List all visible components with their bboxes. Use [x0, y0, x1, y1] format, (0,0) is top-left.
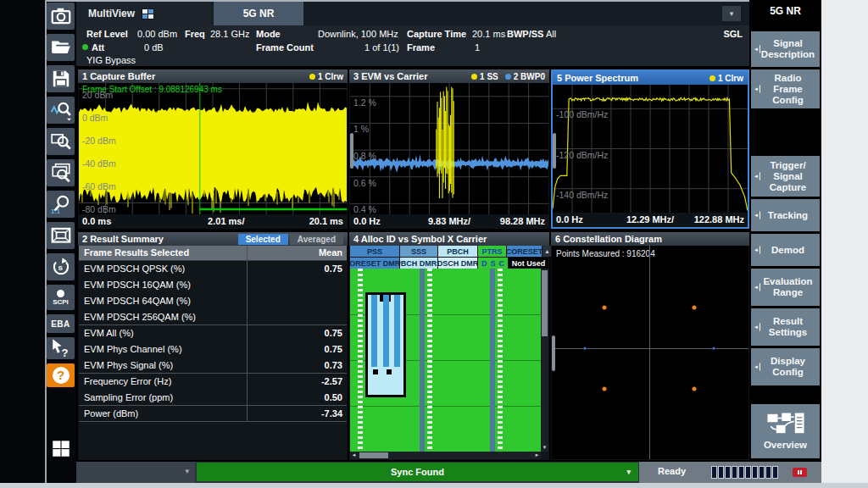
alloc-legend-pbch-dmrs: PBCH DMRS — [400, 258, 437, 269]
ready-status-text: Ready — [658, 466, 686, 476]
mode-value[interactable]: Downlink, 100 MHz — [318, 29, 398, 39]
att-value[interactable]: 0 dB — [144, 42, 164, 53]
windows-icon — [50, 437, 72, 459]
softkey-label: Overview — [764, 440, 807, 451]
trace-legend-label: 1 Clrw — [318, 72, 343, 81]
screen-bottom-margin — [0, 483, 868, 488]
tab-5g-nr[interactable]: 5G NR — [214, 2, 303, 25]
restart-single-button[interactable]: s — [47, 253, 75, 280]
view-tab-averaged[interactable]: Averaged — [290, 234, 343, 245]
submenu-icon: ◄ — [754, 86, 760, 93]
result-summary-title: 2 Result Summary — [82, 234, 164, 244]
constellation-plot[interactable]: Points Measured : 916204 — [552, 246, 748, 459]
progress-segment — [752, 466, 758, 479]
y-axis-tick: 1.2 % — [353, 97, 376, 108]
softkey-overview[interactable]: Overview — [751, 404, 820, 458]
dmrs-symbol-column — [427, 269, 432, 452]
result-row-label: EVM Phys Channel (%) — [79, 341, 247, 358]
capture-buffer-header[interactable]: 1 Capture Buffer 1 Clrw — [78, 69, 348, 83]
help-button[interactable]: ? — [47, 363, 75, 387]
frame-value[interactable]: 1 — [475, 42, 480, 53]
open-folder-button[interactable] — [47, 34, 75, 61]
scroll-down-icon[interactable]: ▼ — [541, 443, 548, 452]
softkey-radio-frame-config[interactable]: ◄Radio Frame Config — [751, 69, 820, 108]
alloc-legend-pss: PSS — [350, 246, 399, 257]
eba-button[interactable]: EBA — [47, 314, 75, 333]
progress-segment — [772, 466, 778, 479]
softkey-tracking[interactable]: ◄Tracking — [751, 199, 820, 231]
status-dropdown[interactable] — [76, 462, 195, 483]
softkey-spacer — [751, 111, 820, 153]
capture-time-value[interactable]: 20.1 ms — [472, 29, 505, 39]
bwp-ss-label: BWP/SS — [507, 29, 543, 39]
zoom-1-1-button[interactable]: 1:1 — [47, 191, 75, 218]
zoom-signal-button[interactable] — [47, 97, 75, 124]
context-help-button[interactable]: ? — [47, 337, 75, 359]
result-row-value — [247, 293, 348, 309]
power-spectrum-plot[interactable]: -100 dBm/Hz-120 dBm/Hz-140 dBm/Hz — [553, 85, 748, 213]
capture-buffer-plot[interactable]: Frame Start Offset : 9.088126943 ms 20 d… — [79, 83, 347, 214]
softkey-signal-description[interactable]: ◄Signal Description — [751, 31, 820, 67]
x-tick-scale: 9.83 MHz/ — [428, 216, 470, 226]
save-button[interactable] — [47, 65, 75, 92]
windows-button[interactable] — [47, 436, 75, 460]
alloc-id-header[interactable]: 4 Alloc ID vs Symbol X Carrier — [349, 232, 549, 246]
result-row: Sampling Error (ppm)0.50 — [79, 390, 347, 406]
result-row-label: EVM PDSCH 16QAM (%) — [79, 277, 247, 293]
softkey-evaluation-range[interactable]: ◄Evaluation Range — [751, 269, 820, 306]
softkey-label: Display Config — [760, 356, 816, 378]
svg-text:s: s — [58, 263, 63, 272]
result-row-label: EVM PDSCH 256QAM (%) — [79, 309, 247, 324]
rs-logo — [793, 468, 807, 477]
softkey-display-config[interactable]: ◄Display Config — [751, 348, 820, 385]
scpi-button[interactable]: SCPI — [47, 285, 75, 310]
horizontal-scroll-thumb[interactable] — [359, 452, 388, 458]
vertical-scrollbar[interactable]: ▼ — [541, 269, 548, 452]
window-drag-handle[interactable] — [553, 133, 556, 169]
sync-dropdown-icon[interactable] — [626, 468, 631, 476]
view-tab-selected[interactable]: Selected — [238, 234, 288, 245]
softkey-trigger-signal-capture[interactable]: ◄Trigger/ Signal Capture — [751, 156, 820, 197]
camera-button[interactable] — [47, 3, 75, 30]
ref-level-value[interactable]: 0.00 dBm — [137, 29, 177, 39]
channel-tab-bar: MultiView 5G NR — [76, 2, 749, 25]
result-summary-header[interactable]: 2 Result Summary SelectedAveraged — [78, 232, 348, 246]
evm-vs-carrier-header[interactable]: 3 EVM vs Carrier 1 SS2 BWP0 — [349, 69, 549, 83]
scroll-right-icon[interactable]: ► — [533, 452, 541, 459]
submenu-icon: ◄ — [754, 46, 760, 53]
bwp-ss-value[interactable]: All — [546, 29, 556, 39]
alloc-legend-sss: SSS — [400, 246, 437, 257]
restart-single-icon: s — [50, 256, 72, 278]
softkey-list: ◄Signal Description◄Radio Frame Config◄T… — [751, 31, 820, 458]
window-drag-handle[interactable] — [350, 133, 353, 169]
alloc-legend-ptrs: PTRS — [478, 246, 506, 257]
screen-right-margin — [821, 0, 868, 488]
result-row: EVM PDSCH 64QAM (%) — [79, 293, 347, 309]
submenu-icon: ◄ — [754, 173, 760, 180]
result-row-label: Sampling Error (ppm) — [79, 390, 247, 405]
vertical-scroll-thumb[interactable] — [542, 270, 548, 336]
alloc-id-plot[interactable]: ▼ ◄ ► — [350, 269, 548, 459]
progress-segment — [759, 466, 765, 479]
evm-vs-carrier-plot[interactable]: 1.2 %1 %0.8 %0.6 %0.4 % — [350, 83, 548, 214]
zoom-button[interactable] — [47, 128, 75, 155]
softkey-demod[interactable]: ◄Demod — [751, 234, 820, 266]
svg-text:?: ? — [61, 347, 68, 359]
tab-multiview[interactable]: MultiView — [76, 2, 212, 25]
alloc-resource-map — [350, 269, 541, 452]
horizontal-scrollbar[interactable]: ◄ ► — [350, 452, 541, 459]
softkey-result-settings[interactable]: ◄Result Settings — [751, 308, 820, 346]
submenu-icon: ◄ — [754, 363, 760, 371]
power-spectrum-legend: 1 Clrw — [709, 74, 743, 83]
tab-dropdown-icon[interactable] — [722, 6, 741, 21]
multi-zoom-button[interactable] — [47, 159, 75, 186]
freq-value[interactable]: 28.1 GHz — [210, 29, 249, 39]
result-row: EVM PDSCH 256QAM (%) — [79, 309, 347, 325]
frame-count-value[interactable]: 1 of 1(1) — [364, 42, 399, 53]
constellation-header[interactable]: 6 Constellation Diagram — [551, 232, 749, 246]
zoom-icon — [50, 130, 72, 152]
display-frame-button[interactable] — [47, 222, 75, 249]
scroll-left-icon[interactable]: ◄ — [350, 452, 358, 459]
power-spectrum-header[interactable]: 5 Power Spectrum 1 Clrw — [553, 71, 748, 85]
window-drag-handle[interactable] — [552, 336, 555, 371]
